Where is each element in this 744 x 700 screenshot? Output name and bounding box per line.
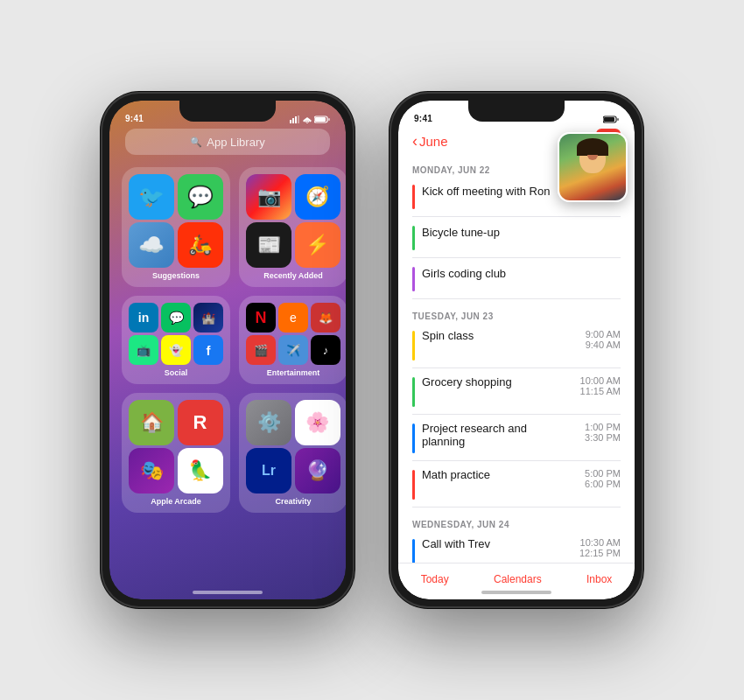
event-start-math: 5:00 PM — [585, 468, 621, 479]
app-twitter[interactable]: 🐦 — [129, 174, 174, 220]
svg-point-12 — [595, 122, 597, 123]
event-start-spin: 9:00 AM — [586, 329, 621, 340]
category-creativity[interactable]: ⚙️ 🌸 Lr 🔮 Creativity — [239, 393, 346, 513]
bottom-calendars[interactable]: Calendars — [494, 573, 542, 585]
event-name-spin: Spin class — [422, 329, 474, 342]
category-recently-added-title: Recently Added — [246, 271, 340, 280]
event-times-math: 5:00 PM 6:00 PM — [585, 468, 621, 489]
divider — [412, 414, 621, 415]
event-times-grocery: 10:00 AM 11:15 AM — [580, 375, 621, 396]
app-cloud[interactable]: ☁️ — [129, 222, 174, 268]
svg-rect-6 — [315, 117, 326, 122]
event-math[interactable]: Math practice 5:00 PM 6:00 PM — [398, 464, 635, 504]
category-apple-arcade-title: Apple Arcade — [129, 497, 223, 506]
status-icons-cal — [579, 116, 619, 123]
category-entertainment[interactable]: N e 🦊 🎬 ✈️ ♪ Entertainment — [239, 296, 346, 384]
app-tiktok[interactable]: ♪ — [311, 335, 340, 365]
app-hulu[interactable]: 📺 — [129, 335, 158, 365]
notch-cal — [468, 101, 565, 122]
cal-back-label: June — [419, 134, 448, 149]
category-apple-arcade[interactable]: 🏠 R 🎭 🦜 Apple Arcade — [122, 393, 230, 513]
phone-calendar: 9:41 ‹ — [390, 92, 643, 608]
event-content-math: Math practice 5:00 PM 6:00 PM — [422, 468, 621, 489]
back-chevron-icon: ‹ — [412, 132, 418, 150]
divider — [412, 460, 621, 461]
event-end-calltrev: 12:15 PM — [579, 548, 621, 558]
event-content-grocery: Grocery shopping 10:00 AM 11:15 AM — [422, 375, 621, 396]
app-instagram[interactable]: 📷 — [246, 174, 291, 220]
app-misc2[interactable]: e — [278, 303, 308, 332]
app-nyt[interactable]: 📰 — [246, 222, 291, 268]
event-name-bicycle: Bicycle tune-up — [422, 226, 500, 239]
event-name-math: Math practice — [422, 468, 490, 481]
app-linkedin[interactable]: in — [129, 303, 158, 332]
app-netflix[interactable]: N — [246, 303, 276, 332]
event-bar-girls-coding — [412, 267, 415, 291]
event-bar-math — [412, 470, 415, 500]
app-disney[interactable]: 🏰 — [193, 303, 223, 332]
app-lr[interactable]: Lr — [246, 448, 291, 494]
divider — [412, 216, 621, 217]
svg-rect-3 — [298, 116, 299, 123]
app-settings[interactable]: ⚙️ — [246, 400, 291, 445]
event-bicycle[interactable]: Bicycle tune-up — [398, 220, 635, 255]
category-creativity-title: Creativity — [246, 497, 340, 506]
svg-rect-2 — [295, 116, 297, 123]
app-duolingo[interactable]: 🦜 — [178, 448, 223, 494]
app-houzz[interactable]: 🏠 — [129, 400, 174, 445]
svg-rect-11 — [586, 116, 588, 123]
phone-applib: 9:41 🔍 App Library 🐦 💬 — [101, 92, 354, 608]
app-wechat[interactable]: 💬 — [161, 303, 191, 332]
applib-categories-grid: 🐦 💬 ☁️ 🛵 Suggestions 📷 🧭 📰 ⚡ — [109, 167, 346, 513]
event-end-spin: 9:40 AM — [586, 340, 621, 350]
section-header-tue23: TUESDAY, JUN 23 — [398, 304, 635, 325]
app-facebook[interactable]: f — [193, 335, 223, 365]
category-entertainment-title: Entertainment — [246, 368, 340, 377]
event-name-girls-coding: Girls coding club — [422, 267, 506, 280]
app-photos[interactable]: 🌸 — [295, 400, 340, 445]
app-snapchat[interactable]: 👻 — [161, 335, 191, 365]
app-doordash[interactable]: 🛵 — [178, 222, 223, 268]
app-reeder[interactable]: R — [178, 400, 223, 445]
event-end-project: 3:30 PM — [585, 432, 621, 443]
event-grocery[interactable]: Grocery shopping 10:00 AM 11:15 AM — [398, 371, 635, 411]
svg-rect-15 — [617, 118, 619, 121]
app-safari[interactable]: 🧭 — [295, 174, 340, 220]
svg-rect-10 — [584, 116, 586, 123]
cal-scroll-content[interactable]: MONDAY, JUN 22 Kick off meeting with Ron… — [398, 158, 635, 587]
event-project[interactable]: Project research and planning 1:00 PM 3:… — [398, 417, 635, 458]
svg-rect-14 — [604, 117, 614, 122]
category-suggestions[interactable]: 🐦 💬 ☁️ 🛵 Suggestions — [122, 167, 230, 287]
section-header-wed24: WEDNESDAY, JUN 24 — [398, 513, 635, 533]
event-start-calltrev: 10:30 AM — [580, 537, 621, 548]
app-misc3[interactable]: 🎭 — [129, 448, 174, 494]
category-social[interactable]: in 💬 🏰 📺 👻 f Social — [122, 296, 230, 384]
event-times-calltrev: 10:30 AM 12:15 PM — [579, 537, 621, 558]
event-bar-grocery — [412, 377, 415, 407]
divider — [412, 257, 621, 258]
svg-rect-1 — [292, 118, 294, 123]
event-content-girls-coding: Girls coding club — [422, 265, 621, 281]
applib-search-bar[interactable]: 🔍 App Library — [125, 129, 330, 155]
app-misc1[interactable]: ⚡ — [295, 222, 340, 268]
facetime-overlay[interactable] — [558, 132, 628, 202]
bottom-inbox[interactable]: Inbox — [586, 573, 612, 585]
app-messages[interactable]: 💬 — [178, 174, 223, 220]
svg-rect-9 — [581, 118, 583, 123]
svg-rect-8 — [579, 120, 580, 123]
event-start-grocery: 10:00 AM — [580, 375, 621, 386]
app-travel[interactable]: ✈️ — [278, 335, 308, 365]
event-girls-coding[interactable]: Girls coding club — [398, 261, 635, 296]
app-misc4[interactable]: 🔮 — [295, 448, 340, 494]
cal-back-button[interactable]: ‹ June — [412, 132, 448, 150]
event-bar-spin — [412, 331, 415, 360]
app-video[interactable]: 🎬 — [246, 335, 276, 365]
category-recently-added[interactable]: 📷 🧭 📰 ⚡ Recently Added — [239, 167, 346, 287]
home-indicator-applib — [193, 591, 263, 594]
app-game2[interactable]: 🦊 — [311, 303, 340, 332]
event-name-project: Project research and planning — [422, 422, 536, 448]
bottom-today[interactable]: Today — [421, 573, 449, 585]
applib-search-text: App Library — [207, 136, 264, 149]
event-end-grocery: 11:15 AM — [580, 386, 621, 396]
event-spin[interactable]: Spin class 9:00 AM 9:40 AM — [398, 325, 635, 365]
